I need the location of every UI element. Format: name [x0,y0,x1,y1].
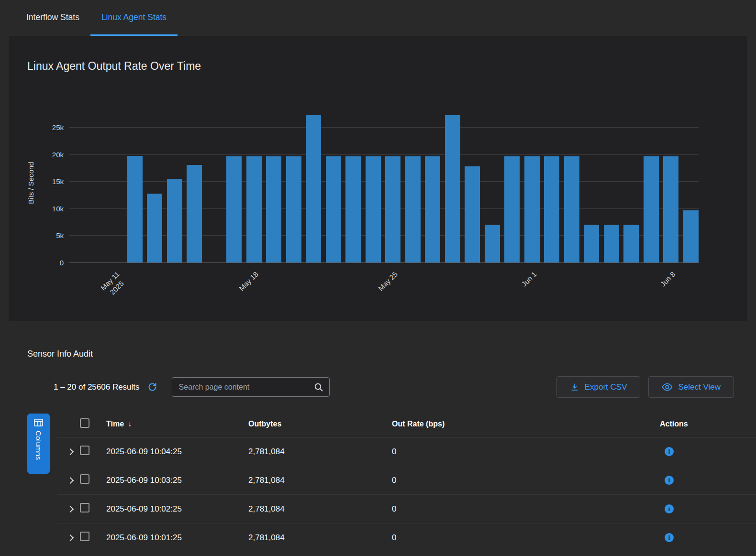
bar-jun-9 [683,210,699,262]
gridline [69,154,699,155]
bar-may-31 [504,156,520,262]
bar-may-24 [366,156,381,262]
bar-jun-3 [564,156,579,262]
y-axis-tick-label: 10k [35,204,64,212]
chart-plot: Bits / Second 05k10k15k20k25kMay 112025M… [69,103,699,262]
row-checkbox[interactable] [80,474,89,484]
cell-time: 2025-06-09 10:01:25 [103,533,245,543]
columns-button[interactable]: Columns [27,414,50,474]
y-axis-tick-label: 20k [35,150,64,158]
bar-may-27 [425,156,440,262]
x-axis-tick-label: Jun 1 [520,270,539,289]
bar-may-28 [445,115,460,262]
expand-row-icon[interactable] [67,477,74,483]
tab-interflow-stats[interactable]: Interflow Stats [15,0,90,36]
bar-may-29 [465,166,480,262]
expand-row-icon[interactable] [67,505,74,512]
table-header: Time ↓ Outbytes Out Rate (bps) Actions [57,411,756,437]
bar-may-14 [167,179,182,262]
gridline [69,181,699,182]
export-csv-button[interactable]: Export CSV [556,376,641,398]
bar-may-23 [345,156,361,262]
audit-section: Sensor Info Audit 1 – 20 of 25606 Result… [0,321,756,552]
info-icon[interactable]: i [665,504,674,513]
gridline [69,262,699,263]
x-axis-tick-label: May 18 [237,270,261,293]
bar-jun-7 [644,156,659,262]
bar-may-25 [385,156,400,262]
search-box [172,377,330,397]
table-row: 2025-06-09 10:04:252,781,0840i [57,437,756,466]
cell-outbytes: 2,781,084 [245,504,389,514]
results-count: 1 – 20 of 25606 Results [54,382,140,392]
toolbar: 1 – 20 of 25606 Results Export CSV [54,376,734,398]
bar-may-15 [187,165,202,262]
row-checkbox[interactable] [80,503,89,512]
table-row: 2025-06-09 10:03:252,781,0840i [57,466,756,495]
eye-icon [662,383,673,391]
table-body: 2025-06-09 10:04:252,781,0840i2025-06-09… [57,437,756,552]
select-view-button[interactable]: Select View [648,376,734,398]
bar-may-30 [485,225,500,262]
info-icon[interactable]: i [665,447,674,456]
expand-row-icon[interactable] [67,448,74,455]
table-row: 2025-06-09 10:02:252,781,0840i [57,495,756,523]
search-input[interactable] [178,382,314,392]
cell-out-rate: 0 [389,447,656,457]
table-row: 2025-06-09 10:01:252,781,0840i [57,523,756,552]
bar-jun-5 [604,225,619,262]
bar-may-20 [286,156,301,262]
tab-bar: Interflow StatsLinux Agent Stats [0,0,756,36]
row-checkbox[interactable] [80,446,89,455]
audit-table: Time ↓ Outbytes Out Rate (bps) Actions 2… [0,411,756,552]
bar-may-17 [226,156,242,262]
bar-may-18 [246,156,262,262]
column-header-outbytes[interactable]: Outbytes [245,420,389,428]
bar-may-12 [127,156,143,262]
x-axis-tick-label: May 25 [376,270,400,293]
cell-out-rate: 0 [389,476,656,485]
bar-jun-2 [544,156,559,262]
cell-outbytes: 2,781,084 [245,447,389,457]
bar-jun-8 [663,156,678,262]
chart-panel: Linux Agent Output Rate Over Time Bits /… [9,36,747,321]
section-title: Sensor Info Audit [0,321,756,359]
cell-out-rate: 0 [389,533,656,543]
cell-time: 2025-06-09 10:04:25 [103,447,245,457]
table-grid-icon [34,419,43,426]
y-axis-tick-label: 25k [35,123,64,131]
cell-outbytes: 2,781,084 [245,533,389,543]
tab-linux-agent-stats[interactable]: Linux Agent Stats [90,0,178,36]
row-checkbox[interactable] [80,532,89,541]
columns-button-label: Columns [34,431,43,460]
cell-out-rate: 0 [389,504,656,514]
bar-jun-1 [524,156,540,262]
chart-title: Linux Agent Output Rate Over Time [27,36,747,73]
column-header-time[interactable]: Time ↓ [103,419,245,429]
select-view-label: Select View [678,382,721,392]
bar-may-13 [147,194,162,262]
y-axis-tick-label: 0 [35,259,64,267]
cell-time: 2025-06-09 10:03:25 [103,476,245,485]
sort-desc-icon: ↓ [128,419,132,429]
cell-time: 2025-06-09 10:02:25 [103,504,245,514]
refresh-icon [147,382,157,392]
bar-jun-4 [584,225,599,262]
bar-may-22 [326,156,341,262]
y-axis-label: Bits / Second [25,103,36,262]
refresh-button[interactable] [147,382,157,392]
bar-may-19 [266,156,281,262]
bar-may-21 [306,115,321,262]
download-icon [570,382,579,392]
info-icon[interactable]: i [665,533,674,542]
column-header-out-rate[interactable]: Out Rate (bps) [389,420,656,428]
x-axis-tick-label: May 112025 [99,270,128,299]
cell-outbytes: 2,781,084 [245,476,389,485]
expand-row-icon[interactable] [67,534,74,541]
info-icon[interactable]: i [665,476,674,485]
time-header-label: Time [106,420,124,428]
export-csv-label: Export CSV [585,382,627,392]
y-axis-tick-label: 5k [35,231,64,240]
select-all-checkbox[interactable] [80,418,89,428]
search-icon [314,382,323,392]
